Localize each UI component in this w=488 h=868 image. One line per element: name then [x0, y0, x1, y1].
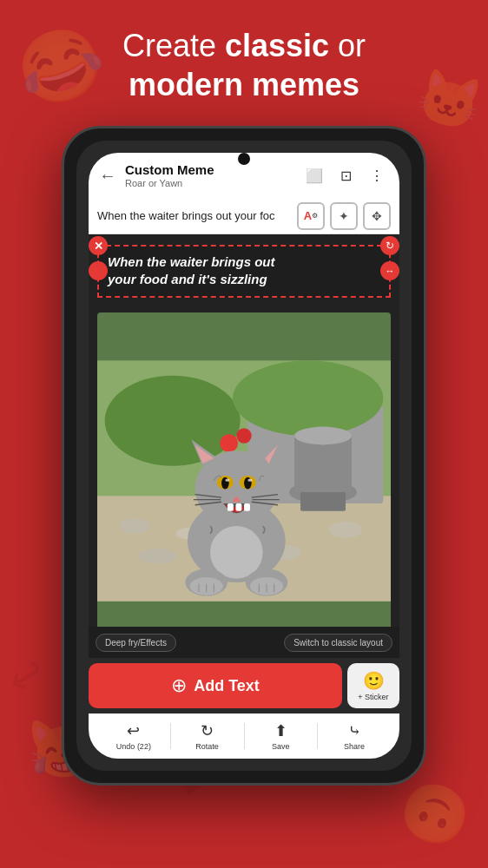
undo-label: Undo (22)	[116, 742, 151, 751]
switch-layout-button[interactable]: Switch to classic layout	[284, 634, 392, 652]
svg-point-7	[294, 427, 352, 445]
style-tool-button[interactable]: ✦	[330, 202, 358, 230]
back-button[interactable]: ←	[99, 166, 116, 186]
sticker-label: + Sticker	[358, 693, 388, 701]
phone-body: ← Custom Meme Roar or Yawn ⬜ ⊡ ⋮ When th…	[62, 126, 426, 786]
add-text-button[interactable]: ⊕ Add Text	[89, 663, 342, 708]
svg-rect-32	[235, 503, 241, 511]
save-label: Save	[272, 742, 290, 751]
svg-point-9	[120, 518, 150, 533]
hero-line1: Create classic or	[0, 26, 488, 65]
more-options-icon[interactable]: ⋮	[365, 163, 389, 187]
svg-point-15	[220, 434, 238, 452]
svg-rect-33	[244, 503, 250, 511]
app-bar-icons: ⬜ ⊡ ⋮	[302, 163, 389, 187]
text-input-value[interactable]: When the waiter brings out your foc	[97, 209, 297, 222]
bottom-nav: ↩ Undo (22) ↻ Rotate ⬆ Save ⤷ Share	[89, 713, 399, 759]
canvas-area: ✕ ↻ ↔ When the waiter brings out your fo…	[89, 234, 399, 658]
nav-undo[interactable]: ↩ Undo (22)	[97, 721, 170, 751]
text-input-bar: When the waiter brings out your foc A ⚙ …	[89, 198, 399, 234]
text-overlay[interactable]: ✕ ↻ ↔ When the waiter brings out your fo…	[97, 245, 391, 298]
canvas-bottom-bar: Deep fry/Effects Switch to classic layou…	[89, 627, 399, 658]
move-tool-button[interactable]: ✥	[363, 202, 391, 230]
svg-point-29	[247, 478, 252, 481]
app-bar-subtitle: Roar or Yawn	[125, 178, 302, 188]
hero-line2: modern memes	[0, 65, 488, 104]
phone-frame: ← Custom Meme Roar or Yawn ⬜ ⊡ ⋮ When th…	[62, 126, 426, 786]
sticker-icon: 🙂	[363, 670, 385, 691]
svg-point-3	[105, 376, 241, 466]
share-label: Share	[344, 742, 365, 751]
layout-icon[interactable]: ⬜	[302, 163, 326, 187]
svg-point-13	[139, 549, 176, 563]
rotate-handle[interactable]: ↻	[380, 236, 399, 255]
nav-share[interactable]: ⤷ Share	[318, 721, 391, 751]
overlay-text: When the waiter brings out your food and…	[108, 253, 380, 289]
hero-text: Create classic or modern memes	[0, 26, 488, 104]
sticker-button[interactable]: 🙂 + Sticker	[347, 663, 399, 708]
deep-fry-button[interactable]: Deep fry/Effects	[96, 634, 176, 652]
right-handle[interactable]: ↔	[380, 261, 399, 280]
svg-rect-8	[300, 492, 346, 511]
rotate-icon: ↻	[201, 721, 214, 740]
close-handle[interactable]: ✕	[89, 236, 108, 255]
phone-notch	[238, 153, 250, 165]
add-text-label: Add Text	[194, 677, 260, 695]
phone-screen: ← Custom Meme Roar or Yawn ⬜ ⊡ ⋮ When th…	[76, 141, 412, 771]
save-icon: ⬆	[274, 721, 287, 740]
svg-point-28	[225, 478, 229, 481]
svg-point-16	[236, 428, 251, 443]
app-bar-title-group: Custom Meme Roar or Yawn	[125, 162, 302, 188]
nav-save[interactable]: ⬆ Save	[245, 721, 318, 751]
svg-point-12	[329, 522, 362, 538]
undo-icon: ↩	[127, 721, 140, 740]
share-icon: ⤷	[348, 721, 361, 740]
left-handle[interactable]	[89, 261, 108, 280]
svg-rect-31	[228, 503, 234, 511]
text-tools: A ⚙ ✦ ✥	[297, 202, 391, 230]
crop-icon[interactable]: ⊡	[333, 163, 358, 187]
font-tool-button[interactable]: A ⚙	[297, 202, 325, 230]
meme-content[interactable]: ✕ ↻ ↔ When the waiter brings out your fo…	[89, 234, 399, 658]
app-bar-title: Custom Meme	[125, 162, 302, 178]
cat-illustration	[97, 312, 391, 649]
svg-point-4	[233, 360, 383, 436]
cat-image	[97, 312, 391, 649]
add-text-plus-icon: ⊕	[171, 674, 187, 697]
nav-rotate[interactable]: ↻ Rotate	[171, 721, 244, 751]
rotate-label: Rotate	[195, 742, 219, 751]
svg-point-18	[210, 526, 263, 579]
